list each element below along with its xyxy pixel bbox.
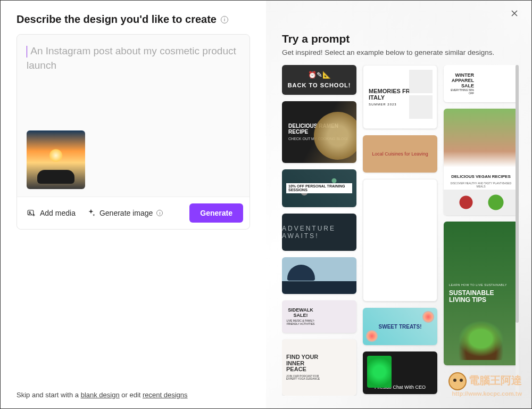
prompt-card-adventure[interactable]: ADVENTURE AWAITS! [282, 214, 356, 250]
prompt-card-winter[interactable]: WINTER APPAREL SALE EVERYTHING 50% OFF [444, 65, 518, 102]
card-sub: DISCOVER HEALTHY AND TASTY PLANT-BASED M… [447, 182, 515, 188]
right-panel: Try a prompt Get inspired! Select an exa… [266, 1, 531, 408]
add-media-button[interactable]: Add media [27, 208, 76, 218]
card-label: SIDEWALK SALE! [285, 307, 316, 318]
school-icons: ⏰✎📐 [308, 71, 331, 79]
skip-mid: or edit [120, 391, 143, 399]
card-sub: CHECK OUT MY COOKING BLOG! [288, 137, 350, 141]
attached-media-row [17, 130, 250, 197]
prompt-input[interactable]: An Instagram post about my cosmetic prod… [17, 35, 250, 130]
watermark-face-icon [448, 372, 467, 390]
blank-design-link[interactable]: blank design [81, 391, 120, 399]
card-label: FIND YOUR INNER PEACE [286, 354, 318, 372]
grid-col-1: ⏰✎📐 BACK TO SCHOOL! DELICIOUS RAMEN RECI… [282, 65, 356, 396]
try-prompt-title: Try a prompt [282, 32, 520, 45]
prompt-card-cap[interactable] [282, 257, 356, 294]
card-label: MEMORIES FROM ITALY [369, 88, 431, 101]
card-label: BACK TO SCHOOL! [288, 82, 351, 88]
skip-line: Skip and start with a blank design or ed… [16, 391, 250, 399]
skip-pre: Skip and start with a [16, 391, 81, 399]
prompt-card-sustainable[interactable]: LEARN HOW TO LIVE SUSTAINABLY SUSTAINABL… [444, 222, 518, 365]
prompt-card-sidewalk[interactable]: SIDEWALK SALE! LIVE MUSIC & FAMILY-FRIEN… [282, 300, 356, 333]
prompt-card-sweet-treats[interactable]: SWEET TREATS! [363, 308, 437, 345]
recent-designs-link[interactable]: recent designs [143, 391, 188, 399]
card-sub: SUMMER 2023 [369, 103, 431, 106]
prompt-card-fireside[interactable]: Fireside Chat With CEO [363, 351, 437, 394]
generate-image-label: Generate image [99, 209, 153, 217]
generate-button[interactable]: Generate [189, 203, 243, 223]
sparkle-icon [86, 208, 96, 218]
card-label: SWEET TREATS! [379, 324, 422, 330]
card-left: SIDEWALK SALE! LIVE MUSIC & FAMILY-FRIEN… [282, 304, 319, 329]
close-button[interactable] [508, 7, 521, 20]
left-panel: Describe the design you'd like to create… [1, 1, 266, 408]
card-label: DELICIOUS VEGAN RECIPES [447, 175, 515, 179]
prompt-card-inner-peace[interactable]: FIND YOUR INNER PEACE JOIN OUR PODCAST F… [282, 339, 356, 396]
watermark-url: http://www.kocpc.com.tw [448, 390, 522, 397]
image-plus-icon [27, 208, 36, 218]
grid-scrollbar[interactable] [516, 65, 519, 396]
watermark: 電腦王阿達 http://www.kocpc.com.tw [448, 372, 522, 397]
info-icon[interactable]: i [156, 210, 163, 216]
prompt-card-back-to-school[interactable]: ⏰✎📐 BACK TO SCHOOL! [282, 65, 356, 95]
prompt-placeholder: An Instagram post about my cosmetic prod… [27, 45, 236, 71]
card-label: SUSTAINABLE LIVING TIPS [449, 290, 513, 304]
prompt-card-memories[interactable]: MEMORIES FROM ITALY SUMMER 2023 [363, 65, 437, 129]
describe-heading-text: Describe the design you'd like to create [16, 13, 217, 26]
scrollbar-thumb[interactable] [516, 65, 519, 323]
card-sub: JOIN OUR PODCAST FOR EXPERT YOGA GUIDANC… [286, 375, 322, 381]
prompt-card-vegan[interactable]: DELICIOUS VEGAN RECIPES DISCOVER HEALTHY… [444, 109, 518, 215]
card-left: FIND YOUR INNER PEACE JOIN OUR PODCAST F… [286, 354, 322, 380]
card-pre: LEARN HOW TO LIVE SUSTAINABLY [449, 283, 513, 287]
card-label: Fireside Chat With CEO [375, 385, 426, 390]
add-media-label: Add media [40, 209, 76, 217]
close-icon [511, 10, 518, 17]
describe-heading: Describe the design you'd like to create… [16, 13, 250, 26]
grid-col-2: MEMORIES FROM ITALY SUMMER 2023 Local Cu… [363, 65, 437, 396]
info-icon[interactable]: i [221, 16, 228, 23]
watermark-text: 電腦王阿達 [469, 374, 522, 386]
card-label: ADVENTURE AWAITS! [282, 225, 356, 240]
prompt-card-blank[interactable] [363, 179, 437, 301]
prompt-card-training[interactable]: 10% OFF PERSONAL TRAINING SESSIONS [282, 169, 356, 208]
attached-media-thumbnail[interactable] [27, 130, 85, 189]
card-label: Local Cuisines for Leaving [372, 151, 428, 157]
card-sub: EVERYTHING 50% OFF [447, 88, 474, 95]
prompt-action-left: Add media Generate image i [27, 208, 163, 218]
card-label: 10% OFF PERSONAL TRAINING SESSIONS [286, 183, 352, 193]
card-band: DELICIOUS VEGAN RECIPES DISCOVER HEALTHY… [444, 171, 518, 191]
card-right: WINTER APPAREL SALE EVERYTHING 50% OFF [444, 69, 477, 98]
generate-image-button[interactable]: Generate image i [86, 208, 163, 218]
prompt-card-cuisines[interactable]: Local Cuisines for Leaving [363, 135, 437, 173]
app-root: Describe the design you'd like to create… [0, 0, 532, 409]
prompt-action-row: Add media Generate image i Generate [17, 197, 250, 229]
prompt-box: An Instagram post about my cosmetic prod… [16, 34, 250, 230]
card-sub: LIVE MUSIC & FAMILY-FRIENDLY ACTIVITIES [285, 319, 316, 325]
card-footer-bar [282, 281, 356, 294]
prompt-grid: ⏰✎📐 BACK TO SCHOOL! DELICIOUS RAMEN RECI… [282, 65, 520, 396]
card-label: DELICIOUS RAMEN RECIPE [288, 123, 350, 135]
prompt-card-ramen[interactable]: DELICIOUS RAMEN RECIPE CHECK OUT MY COOK… [282, 101, 356, 163]
try-prompt-subtitle: Get inspired! Select an example below to… [282, 48, 520, 56]
grid-col-3: WINTER APPAREL SALE EVERYTHING 50% OFF D… [444, 65, 518, 396]
card-label: WINTER APPAREL SALE [452, 72, 474, 88]
